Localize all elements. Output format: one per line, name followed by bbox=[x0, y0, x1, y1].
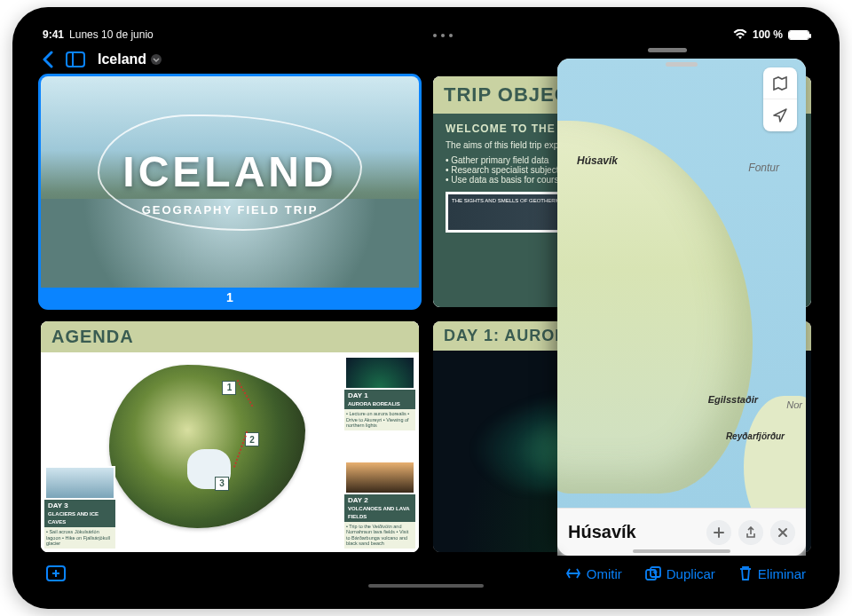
add-place-button[interactable] bbox=[706, 520, 731, 545]
svg-rect-3 bbox=[67, 52, 84, 67]
status-bar: 9:41 Lunes 10 de junio 100 % bbox=[30, 25, 822, 44]
battery-percent: 100 % bbox=[753, 28, 783, 41]
svg-point-5 bbox=[151, 54, 162, 65]
duplicate-button[interactable]: Duplicar bbox=[645, 566, 715, 581]
map-place-title: Húsavík bbox=[568, 522, 699, 542]
slideover-top-handle-icon[interactable] bbox=[648, 48, 687, 52]
map-label-egilsstadir: Egilsstaðir bbox=[708, 394, 758, 405]
document-title-text: Iceland bbox=[98, 51, 146, 67]
ipad-frame: 9:41 Lunes 10 de junio 100 % bbox=[12, 7, 840, 609]
slide-1-title: ICELAND bbox=[122, 147, 336, 196]
wifi-icon bbox=[733, 29, 747, 40]
day-1-card: DAY 1AURORA BOREALIS • Lecture on aurora… bbox=[344, 356, 415, 430]
slide-1-content: ICELAND GEOGRAPHY FIELD TRIP bbox=[41, 76, 419, 288]
svg-point-0 bbox=[433, 34, 437, 37]
skip-label: Omitir bbox=[587, 566, 622, 581]
map-controls bbox=[763, 67, 797, 131]
map-label-fontur: Fontur bbox=[748, 162, 779, 174]
slide-3-map bbox=[109, 365, 306, 529]
slide-1-index: 1 bbox=[41, 288, 419, 307]
map-canvas[interactable]: Húsavík Fontur Egilsstaðir Reyðarfjörður… bbox=[557, 59, 806, 508]
slide-1[interactable]: ICELAND GEOGRAPHY FIELD TRIP 1 bbox=[41, 76, 419, 307]
svg-point-1 bbox=[441, 34, 445, 37]
back-button[interactable] bbox=[41, 51, 53, 68]
chevron-down-icon bbox=[150, 53, 162, 66]
add-slide-button[interactable] bbox=[46, 565, 66, 581]
duplicate-label: Duplicar bbox=[667, 566, 715, 581]
slide-3-heading: AGENDA bbox=[51, 327, 408, 347]
svg-point-2 bbox=[449, 34, 453, 37]
delete-label: Eliminar bbox=[758, 566, 806, 581]
map-label-nor: Nor bbox=[786, 399, 802, 410]
slide-1-subtitle: GEOGRAPHY FIELD TRIP bbox=[142, 203, 319, 217]
day-2-card: DAY 2VOLCANOES AND LAVA FIELDS • Trip to… bbox=[344, 461, 415, 549]
map-pin-1: 1 bbox=[222, 381, 236, 395]
document-title[interactable]: Iceland bbox=[98, 51, 162, 67]
maps-slideover[interactable]: Húsavík Fontur Egilsstaðir Reyðarfjörður… bbox=[557, 59, 806, 556]
skip-button[interactable]: Omitir bbox=[565, 566, 622, 581]
map-pin-2: 2 bbox=[245, 432, 259, 446]
status-date: Lunes 10 de junio bbox=[69, 28, 154, 41]
map-label-husavik: Húsavík bbox=[577, 154, 618, 167]
delete-button[interactable]: Eliminar bbox=[738, 565, 806, 581]
multitask-dots-icon[interactable] bbox=[431, 33, 454, 38]
slideover-home-indicator[interactable] bbox=[633, 549, 730, 553]
slide-3[interactable]: AGENDA 1 2 3 DAY 1AURORA BOREALIS • Lect… bbox=[41, 321, 419, 552]
home-indicator[interactable] bbox=[368, 584, 484, 588]
map-place-card[interactable]: Húsavík bbox=[557, 508, 806, 556]
ipad-screen: 9:41 Lunes 10 de junio 100 % bbox=[30, 25, 822, 591]
sidebar-toggle-icon[interactable] bbox=[66, 51, 85, 67]
slideover-grabber[interactable] bbox=[666, 62, 698, 67]
map-mode-button[interactable] bbox=[763, 67, 797, 99]
map-label-reydarfjordur: Reyðarfjörður bbox=[726, 431, 785, 441]
map-pin-3: 3 bbox=[215, 477, 229, 491]
status-time: 9:41 bbox=[43, 28, 64, 41]
battery-icon bbox=[788, 30, 809, 40]
close-card-button[interactable] bbox=[770, 520, 795, 545]
share-button[interactable] bbox=[738, 520, 763, 545]
locate-me-button[interactable] bbox=[763, 99, 797, 131]
day-3-card: DAY 3GLACIERS AND ICE CAVES • Sail acros… bbox=[44, 466, 115, 549]
